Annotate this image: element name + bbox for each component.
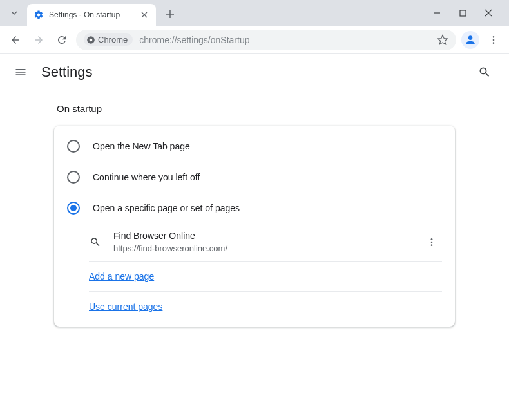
page-options-button[interactable] xyxy=(421,232,442,253)
url-text: chrome://settings/onStartup xyxy=(139,35,430,45)
close-window-button[interactable] xyxy=(481,5,496,21)
new-tab-button[interactable] xyxy=(161,5,179,23)
radio-specific-pages[interactable]: Open a specific page or set of pages xyxy=(54,193,455,224)
chip-label: Chrome xyxy=(98,35,128,44)
radio-icon xyxy=(67,140,80,153)
bookmark-star-icon[interactable] xyxy=(437,34,448,46)
radio-label: Open the New Tab page xyxy=(93,141,190,151)
tab-title: Settings - On startup xyxy=(49,10,134,19)
link-row: Add a new page xyxy=(89,261,442,291)
svg-point-6 xyxy=(431,238,433,240)
svg-point-3 xyxy=(493,36,495,38)
radio-new-tab[interactable]: Open the New Tab page xyxy=(54,131,455,162)
startup-page-url: https://find-browseronline.com/ xyxy=(113,243,410,254)
menu-toggle-button[interactable] xyxy=(13,64,28,80)
radio-label: Open a specific page or set of pages xyxy=(93,203,240,213)
browser-tab[interactable]: Settings - On startup xyxy=(27,4,156,26)
gear-icon xyxy=(34,10,44,20)
svg-point-7 xyxy=(431,242,433,243)
chrome-icon xyxy=(86,35,95,44)
maximize-button[interactable] xyxy=(455,5,470,21)
use-current-pages-link[interactable]: Use current pages xyxy=(89,301,162,312)
address-bar[interactable]: Chrome chrome://settings/onStartup xyxy=(76,30,456,50)
link-row: Use current pages xyxy=(89,291,442,321)
startup-page-row: Find Browser Online https://find-browser… xyxy=(54,224,455,261)
svg-point-5 xyxy=(493,42,495,44)
search-settings-button[interactable] xyxy=(473,61,496,84)
forward-button[interactable] xyxy=(30,31,48,49)
profile-button[interactable] xyxy=(461,31,479,49)
site-chip[interactable]: Chrome xyxy=(84,33,133,46)
radio-icon xyxy=(67,202,80,215)
radio-icon xyxy=(67,171,80,184)
radio-continue[interactable]: Continue where you left off xyxy=(54,162,455,193)
svg-point-4 xyxy=(493,39,495,41)
close-icon[interactable] xyxy=(139,10,149,20)
settings-header: Settings xyxy=(0,54,509,90)
titlebar: Settings - On startup xyxy=(0,0,509,26)
browser-menu-button[interactable] xyxy=(485,31,503,49)
search-icon xyxy=(478,66,491,79)
magnifier-icon xyxy=(89,236,102,249)
minimize-button[interactable] xyxy=(429,5,445,21)
back-button[interactable] xyxy=(6,31,24,49)
svg-point-8 xyxy=(431,244,433,246)
browser-toolbar: Chrome chrome://settings/onStartup xyxy=(0,26,509,54)
kebab-icon xyxy=(427,237,437,247)
add-page-link[interactable]: Add a new page xyxy=(89,271,154,282)
svg-rect-0 xyxy=(460,10,466,16)
startup-page-title: Find Browser Online xyxy=(113,230,410,243)
hamburger-icon xyxy=(14,66,27,79)
startup-page-info: Find Browser Online https://find-browser… xyxy=(113,230,410,254)
settings-content: On startup Open the New Tab page Continu… xyxy=(0,90,509,339)
page-title: Settings xyxy=(41,64,460,81)
section-title: On startup xyxy=(54,103,455,114)
radio-label: Continue where you left off xyxy=(93,172,200,182)
on-startup-card: Open the New Tab page Continue where you… xyxy=(54,126,455,327)
kebab-icon xyxy=(488,35,499,45)
reload-button[interactable] xyxy=(53,31,71,49)
tab-search-dropdown[interactable] xyxy=(5,4,23,22)
window-controls xyxy=(429,5,504,21)
svg-point-2 xyxy=(90,38,93,41)
person-icon xyxy=(464,33,477,46)
